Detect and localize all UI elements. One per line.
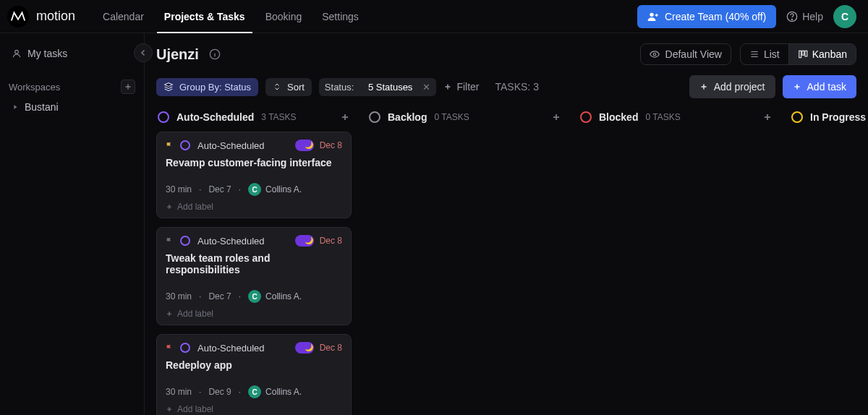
card-title: Redeploy app xyxy=(166,359,342,371)
column-title: Backlog xyxy=(388,111,427,123)
add-label-text: Add label xyxy=(177,404,213,414)
task-card[interactable]: Auto-Scheduled Dec 8 Tweak team roles an… xyxy=(156,227,352,325)
view-switch: Default View List Kanban xyxy=(640,43,856,65)
status-ring-icon xyxy=(180,236,190,246)
project-title: Ujenzi xyxy=(156,46,199,63)
assignee-avatar: C xyxy=(248,385,261,398)
plus-icon xyxy=(340,112,350,122)
column-header: In Progress 0 TASKS xyxy=(790,107,868,132)
nav-calendar[interactable]: Calendar xyxy=(95,0,151,33)
create-team-label: Create Team (40% off) xyxy=(665,11,766,22)
card-scheduled-date: Dec 7 xyxy=(208,184,231,194)
plus-icon xyxy=(699,82,708,91)
assignee-avatar: C xyxy=(248,290,261,303)
add-label-button[interactable]: Add label xyxy=(166,202,342,212)
sidebar-collapse-button[interactable] xyxy=(134,43,153,62)
kanban-icon xyxy=(798,49,808,59)
flag-icon xyxy=(166,141,173,150)
svg-rect-7 xyxy=(802,51,804,55)
card-assignee[interactable]: C Collins A. xyxy=(248,385,302,398)
column-title: Auto-Scheduled xyxy=(176,111,254,123)
column-count: 3 TASKS xyxy=(261,112,296,122)
svg-point-3 xyxy=(15,50,19,54)
add-workspace-button[interactable] xyxy=(121,80,135,94)
card-due-date: Dec 8 xyxy=(320,140,342,150)
svg-rect-6 xyxy=(799,51,801,57)
svg-point-2 xyxy=(792,19,793,20)
project-header: Ujenzi Default View List Kanban xyxy=(145,33,868,75)
view-toggle: List Kanban xyxy=(740,43,856,65)
column-header: Blocked 0 TASKS xyxy=(579,107,774,132)
card-meta: 30 min Dec 7 C Collins A. xyxy=(166,183,342,196)
auto-schedule-toggle[interactable] xyxy=(295,235,314,247)
column-auto-scheduled: Auto-Scheduled 3 TASKS Auto-Scheduled xyxy=(156,107,352,403)
group-by-label: Group By: Status xyxy=(179,82,251,93)
status-filter-chip[interactable]: Status: 5 Statuses ✕ xyxy=(319,78,437,96)
plus-icon xyxy=(166,203,173,210)
nav-booking[interactable]: Booking xyxy=(258,0,310,33)
sidebar-my-tasks[interactable]: My tasks xyxy=(9,43,135,64)
group-by-chip[interactable]: Group By: Status xyxy=(156,78,258,96)
card-due-date: Dec 8 xyxy=(320,236,342,246)
brand-logo-icon xyxy=(7,6,29,27)
sort-label: Sort xyxy=(287,82,305,93)
column-add-task-button[interactable] xyxy=(762,112,773,122)
topbar-right: Create Team (40% off) Help C xyxy=(637,5,856,28)
task-count-summary: TASKS: 3 xyxy=(495,81,539,93)
card-status: Auto-Scheduled xyxy=(197,236,265,247)
view-kanban-button[interactable]: Kanban xyxy=(788,44,856,64)
add-label-text: Add label xyxy=(177,202,213,212)
user-avatar[interactable]: C xyxy=(833,5,856,28)
add-user-icon xyxy=(647,11,659,22)
eye-icon xyxy=(650,49,660,59)
column-add-task-button[interactable] xyxy=(340,112,350,122)
add-filter-button[interactable]: Filter xyxy=(443,81,479,93)
card-meta: 30 min Dec 9 C Collins A. xyxy=(166,385,342,398)
default-view-button[interactable]: Default View xyxy=(640,43,731,65)
card-title: Revamp customer-facing interface xyxy=(166,157,342,168)
create-team-button[interactable]: Create Team (40% off) xyxy=(637,5,776,28)
nav-projects-tasks[interactable]: Projects & Tasks xyxy=(157,0,252,33)
sort-chip[interactable]: Sort xyxy=(265,78,312,96)
brand-name: motion xyxy=(36,9,75,24)
assignee-avatar: C xyxy=(248,183,261,196)
auto-schedule-toggle[interactable] xyxy=(295,342,314,354)
workspaces-label: Workspaces xyxy=(9,82,60,93)
add-project-label: Add project xyxy=(714,81,765,93)
add-task-button[interactable]: Add task xyxy=(783,75,856,98)
view-list-button[interactable]: List xyxy=(741,44,788,64)
card-due-date: Dec 8 xyxy=(320,343,342,353)
plus-icon xyxy=(124,82,132,91)
column-add-task-button[interactable] xyxy=(551,112,561,122)
chevron-left-icon xyxy=(139,48,148,57)
toolbar-right: Add project Add task xyxy=(689,75,856,98)
card-scheduled-date: Dec 9 xyxy=(208,387,231,397)
nav-settings[interactable]: Settings xyxy=(315,0,366,33)
add-label-text: Add label xyxy=(177,309,213,319)
brand[interactable]: motion xyxy=(7,6,75,27)
my-tasks-label: My tasks xyxy=(27,48,67,59)
status-filter-clear[interactable]: ✕ xyxy=(422,82,430,93)
card-assignee[interactable]: C Collins A. xyxy=(248,290,302,303)
task-card[interactable]: Auto-Scheduled Dec 8 Redeploy app 30 min… xyxy=(156,334,352,415)
flag-icon xyxy=(166,343,173,352)
svg-point-5 xyxy=(653,53,656,56)
add-label-button[interactable]: Add label xyxy=(166,309,342,319)
add-label-button[interactable]: Add label xyxy=(166,404,342,414)
content: Ujenzi Default View List Kanban xyxy=(145,33,868,415)
add-task-label: Add task xyxy=(807,81,846,93)
plus-icon xyxy=(793,82,801,91)
info-icon[interactable] xyxy=(209,48,221,60)
status-ring-icon xyxy=(791,111,803,123)
column-count: 0 TASKS xyxy=(434,112,469,122)
help-button[interactable]: Help xyxy=(786,11,823,22)
card-meta: 30 min Dec 7 C Collins A. xyxy=(166,290,342,303)
task-card[interactable]: Auto-Scheduled Dec 8 Revamp customer-fac… xyxy=(156,132,352,218)
auto-schedule-toggle[interactable] xyxy=(295,140,314,151)
plus-icon xyxy=(551,112,561,122)
workspace-bustani[interactable]: Bustani xyxy=(9,94,135,120)
card-assignee[interactable]: C Collins A. xyxy=(248,183,302,196)
add-project-button[interactable]: Add project xyxy=(689,75,775,98)
flag-icon xyxy=(166,236,173,245)
help-icon xyxy=(786,11,798,22)
